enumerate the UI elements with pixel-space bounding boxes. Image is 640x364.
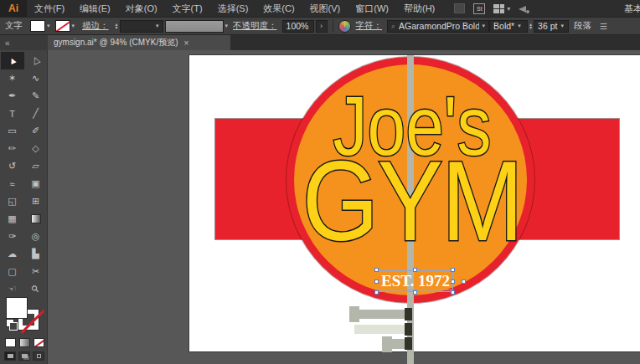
illustrator-window: Ai 文件(F) 编辑(E) 对象(O) 文字(T) 选择(S) 效果(C) 视…: [0, 0, 640, 364]
selection-handle[interactable]: [374, 268, 379, 272]
selection-handle[interactable]: [413, 268, 417, 272]
rack-bar-top[interactable]: [354, 310, 408, 319]
rack-bar-mount[interactable]: [405, 337, 412, 350]
fill-indicator[interactable]: [7, 298, 27, 318]
stroke-none-swatch[interactable]: [55, 20, 70, 32]
sign-title-line2[interactable]: GYM: [270, 145, 554, 258]
selection-tool[interactable]: ►: [1, 52, 24, 69]
font-style-select[interactable]: Bold* ▾: [489, 20, 528, 33]
chevron-down-icon: ▾: [507, 5, 510, 13]
pencil-tool[interactable]: ✏: [1, 140, 24, 157]
rack-bar-mount[interactable]: [405, 308, 412, 320]
document-tab[interactable]: gymsign.ai* @ 94% (CMYK/预览) ×: [48, 35, 230, 50]
stroke-weight-select[interactable]: ▾: [120, 20, 163, 33]
paragraph-label[interactable]: 段落: [574, 20, 591, 32]
selection-handle[interactable]: [413, 290, 417, 295]
canvas[interactable]: Joe's GYM EST. 1972: [48, 50, 640, 364]
selection-handle[interactable]: [451, 279, 455, 284]
rectangle-tool[interactable]: ▭: [1, 122, 24, 140]
graph-tool[interactable]: ▙: [24, 245, 48, 263]
lasso-tool[interactable]: ∿: [24, 69, 48, 87]
zoom-tool[interactable]: ⚲: [24, 280, 48, 298]
chevron-down-icon[interactable]: ▾: [72, 23, 75, 29]
selection-handle[interactable]: [462, 279, 466, 284]
draw-inside-button[interactable]: [33, 351, 44, 361]
pen-tool[interactable]: ✒: [1, 87, 24, 105]
established-text[interactable]: EST. 1972: [377, 270, 454, 292]
none-button[interactable]: [34, 338, 44, 347]
gradient-tool[interactable]: [24, 210, 48, 228]
font-size-select[interactable]: 36 pt ▾: [534, 20, 569, 33]
curvature-tool[interactable]: ✎: [24, 87, 48, 105]
document-tab-bar: « gymsign.ai* @ 94% (CMYK/预览) ×: [0, 35, 640, 50]
type-tool[interactable]: T: [1, 105, 24, 122]
menu-type[interactable]: 文字(T): [165, 0, 210, 17]
rack-bar-middle[interactable]: [354, 325, 408, 334]
font-family-value: AGaramondPro Bold*: [399, 21, 478, 31]
fill-color-control[interactable]: ▾: [30, 20, 50, 32]
blend-tool[interactable]: ◎: [24, 228, 48, 245]
draw-behind-button[interactable]: [18, 351, 30, 361]
menu-effect[interactable]: 效果(C): [255, 0, 302, 17]
menu-file[interactable]: 文件(F): [27, 0, 72, 17]
rack-bar-mount[interactable]: [405, 323, 412, 336]
menu-edit[interactable]: 编辑(E): [72, 0, 118, 17]
menu-help[interactable]: 帮助(H): [396, 0, 442, 17]
opacity-value[interactable]: 100%: [282, 20, 314, 33]
rotate-tool[interactable]: ↺: [1, 157, 24, 175]
width-tool[interactable]: ≈: [1, 175, 24, 192]
perspective-grid-tool[interactable]: ⊞: [24, 192, 48, 210]
fill-stroke-indicator: [7, 298, 40, 331]
stroke-color-control[interactable]: ▾: [55, 20, 75, 32]
font-size-stepper[interactable]: ▴▾: [529, 23, 532, 29]
menu-object[interactable]: 对象(O): [118, 0, 165, 17]
selection-handle[interactable]: [451, 268, 455, 272]
font-family-select[interactable]: ⌕ AGaramondPro Bold* ▾: [387, 20, 489, 33]
shape-builder-tool[interactable]: ◱: [1, 192, 24, 210]
established-text-object[interactable]: EST. 1972: [377, 269, 454, 293]
close-icon[interactable]: ×: [184, 38, 189, 48]
share-icon[interactable]: [519, 4, 529, 13]
chevron-down-icon[interactable]: ▾: [225, 23, 229, 29]
artboard-tool[interactable]: ▢: [1, 263, 24, 280]
character-label[interactable]: 字符：: [356, 20, 383, 32]
bridge-icon[interactable]: [454, 3, 465, 13]
font-style-value: Bold*: [493, 21, 514, 31]
opacity-options-button[interactable]: ›: [316, 20, 328, 33]
free-transform-tool[interactable]: ▣: [24, 175, 48, 192]
mesh-tool[interactable]: ▦: [1, 210, 24, 228]
selection-handle[interactable]: [451, 290, 455, 295]
stroke-profile-select[interactable]: [165, 20, 224, 33]
direct-selection-tool[interactable]: ▷: [24, 52, 48, 69]
default-fill-stroke-icon[interactable]: [7, 320, 13, 326]
scale-tool[interactable]: ▱: [24, 157, 48, 175]
menu-view[interactable]: 视图(V): [302, 0, 348, 17]
workspace-switcher[interactable]: ▾: [493, 4, 510, 13]
stroke-weight-stepper[interactable]: ▴▾: [116, 23, 118, 29]
color-mode-buttons: [5, 338, 44, 347]
chevron-down-icon[interactable]: ▾: [47, 23, 50, 29]
slice-tool[interactable]: ✂: [24, 263, 48, 280]
hand-tool[interactable]: ☜: [1, 280, 24, 298]
menu-window[interactable]: 窗口(W): [348, 0, 396, 17]
symbol-sprayer-tool[interactable]: ☁: [1, 245, 24, 263]
eyedropper-tool[interactable]: ✑: [1, 228, 24, 245]
recolor-artwork-icon[interactable]: [338, 20, 351, 33]
workspace-label[interactable]: 基本功: [617, 0, 640, 17]
fill-swatch[interactable]: [30, 20, 45, 32]
gradient-button[interactable]: [19, 338, 30, 347]
menu-select[interactable]: 选择(S): [210, 0, 256, 17]
magic-wand-tool[interactable]: ✶: [1, 69, 24, 87]
opacity-label[interactable]: 不透明度：: [233, 20, 277, 32]
panel-collapse-icon[interactable]: «: [0, 35, 48, 50]
line-segment-tool[interactable]: ╱: [24, 105, 48, 122]
selection-handle[interactable]: [374, 290, 379, 295]
color-button[interactable]: [5, 338, 16, 347]
paintbrush-tool[interactable]: ✐: [24, 122, 48, 140]
shaper-tool[interactable]: ◇: [24, 140, 48, 157]
stroke-weight-label[interactable]: 描边：: [82, 20, 109, 32]
draw-normal-button[interactable]: [4, 351, 16, 361]
stock-icon[interactable]: St: [473, 3, 485, 14]
selection-handle[interactable]: [374, 279, 379, 284]
paragraph-align-icon[interactable]: ☰: [600, 22, 607, 31]
